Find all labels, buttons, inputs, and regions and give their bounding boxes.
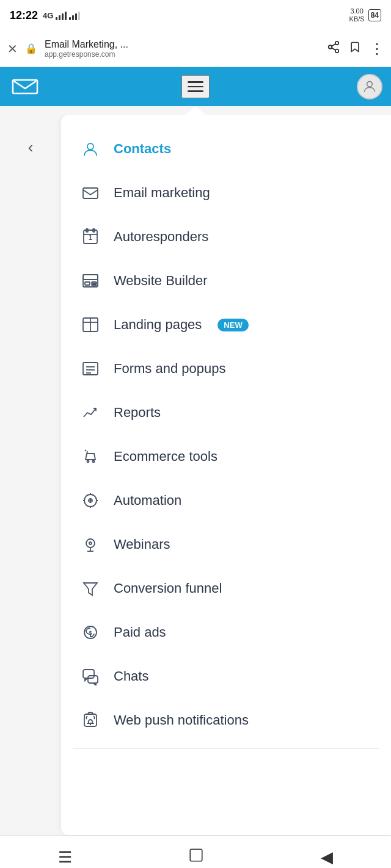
browser-bar: ✕ 🔒 Email Marketing, ... app.getresponse… xyxy=(0,31,391,67)
signal-bars-1 xyxy=(56,10,67,20)
nav-item-contacts[interactable]: Contacts xyxy=(61,127,391,171)
nav-item-autoresponders[interactable]: 1 Autoresponders xyxy=(61,215,391,259)
svg-point-8 xyxy=(87,143,93,150)
browser-title-area: Email Marketing, ... app.getresponse.com xyxy=(45,39,320,59)
status-time: 12:22 xyxy=(10,9,38,22)
svg-rect-16 xyxy=(83,275,98,280)
email-marketing-label: Email marketing xyxy=(114,185,210,201)
webinars-icon xyxy=(79,533,101,555)
nav-item-conversion-funnel[interactable]: Conversion funnel xyxy=(61,566,391,610)
4g-icon: 4G xyxy=(43,11,53,20)
automation-label: Automation xyxy=(114,493,181,508)
landing-pages-icon xyxy=(79,314,101,336)
nav-item-webinars[interactable]: Webinars xyxy=(61,523,391,566)
svg-line-4 xyxy=(332,44,335,46)
dropdown-arrow xyxy=(0,106,391,115)
ecommerce-label: Ecommerce tools xyxy=(114,449,217,465)
web-push-label: Web push notifications xyxy=(114,712,249,728)
svg-rect-44 xyxy=(191,849,203,861)
conversion-funnel-label: Conversion funnel xyxy=(114,580,222,596)
status-bar-left: 12:22 4G xyxy=(10,9,80,22)
svg-rect-19 xyxy=(92,284,97,286)
contacts-label: Contacts xyxy=(114,141,171,157)
nav-item-automation[interactable]: Automation xyxy=(61,479,391,523)
autoresponders-icon: 1 xyxy=(79,226,101,248)
svg-point-28 xyxy=(93,461,95,463)
bookmark-icon[interactable] xyxy=(349,40,361,57)
contacts-icon xyxy=(79,138,101,160)
nav-item-chats[interactable]: Chats xyxy=(61,654,391,698)
autoresponders-label: Autoresponders xyxy=(114,229,208,245)
svg-point-27 xyxy=(87,461,89,463)
ecommerce-icon xyxy=(79,446,101,468)
svg-point-32 xyxy=(86,539,95,548)
svg-marker-36 xyxy=(84,583,97,595)
signal-bars-2 xyxy=(69,10,80,20)
svg-point-0 xyxy=(335,42,339,45)
svg-rect-18 xyxy=(92,282,97,284)
svg-line-3 xyxy=(332,48,335,50)
nav-item-reports[interactable]: Reports xyxy=(61,391,391,435)
nav-item-website-builder[interactable]: Website Builder xyxy=(61,259,391,303)
web-push-icon xyxy=(79,709,101,731)
data-speed: 3.00KB/S xyxy=(349,7,365,23)
status-icons: 4G xyxy=(43,10,80,20)
svg-point-1 xyxy=(329,45,332,49)
svg-rect-17 xyxy=(85,282,90,285)
back-button[interactable]: ‹ xyxy=(23,133,38,162)
bottom-hamburger-icon[interactable]: ☰ xyxy=(52,842,78,868)
webinars-label: Webinars xyxy=(114,537,170,552)
website-builder-icon xyxy=(79,270,101,292)
browser-title: Email Marketing, ... xyxy=(45,39,320,50)
status-bar: 12:22 4G 3.00KB/S 84 xyxy=(0,0,391,31)
app-header xyxy=(0,67,391,106)
browser-actions: ⋮ xyxy=(327,40,384,57)
svg-text:$: $ xyxy=(89,630,92,636)
hamburger-line-2 xyxy=(188,86,203,88)
bottom-back-icon[interactable]: ◀ xyxy=(315,842,339,868)
status-bar-right: 3.00KB/S 84 xyxy=(349,7,381,23)
new-badge: NEW xyxy=(217,319,248,331)
share-icon[interactable] xyxy=(327,40,340,57)
svg-rect-9 xyxy=(83,188,98,198)
svg-point-2 xyxy=(335,49,339,53)
svg-point-43 xyxy=(90,724,91,725)
main-content: ‹ Contacts Email marketing xyxy=(0,115,391,835)
browser-url: app.getresponse.com xyxy=(45,50,320,59)
svg-rect-40 xyxy=(88,676,98,683)
paid-ads-icon: $ xyxy=(79,621,101,643)
chats-icon xyxy=(79,665,101,687)
nav-item-ecommerce-tools[interactable]: Ecommerce tools xyxy=(61,435,391,479)
forms-popups-label: Forms and popups xyxy=(114,361,225,377)
reports-label: Reports xyxy=(114,405,161,421)
battery-indicator: 84 xyxy=(368,9,381,21)
bottom-home-icon[interactable] xyxy=(182,841,210,868)
svg-point-33 xyxy=(89,542,92,544)
svg-point-7 xyxy=(367,81,373,87)
hamburger-line-1 xyxy=(188,81,203,83)
funnel-icon xyxy=(79,577,101,599)
sidebar-strip: ‹ xyxy=(0,115,61,835)
logo xyxy=(10,74,40,99)
nav-item-email-marketing[interactable]: Email marketing xyxy=(61,171,391,215)
lock-icon: 🔒 xyxy=(25,43,37,54)
reports-icon xyxy=(79,402,101,424)
website-builder-label: Website Builder xyxy=(114,273,208,289)
landing-pages-label: Landing pages xyxy=(114,317,202,333)
forms-icon xyxy=(79,358,101,380)
hamburger-line-3 xyxy=(188,90,203,92)
hamburger-button[interactable] xyxy=(181,75,210,98)
more-icon[interactable]: ⋮ xyxy=(370,40,384,57)
bottom-nav: ☰ ◀ xyxy=(0,835,391,868)
menu-divider xyxy=(73,748,379,749)
avatar-button[interactable] xyxy=(357,74,382,99)
email-icon xyxy=(79,182,101,204)
nav-item-web-push[interactable]: Web push notifications xyxy=(61,698,391,742)
nav-item-paid-ads[interactable]: $ Paid ads xyxy=(61,610,391,654)
nav-item-forms-popups[interactable]: Forms and popups xyxy=(61,347,391,391)
close-icon[interactable]: ✕ xyxy=(7,42,18,56)
nav-item-landing-pages[interactable]: Landing pages NEW xyxy=(61,303,391,347)
chats-label: Chats xyxy=(114,668,148,684)
nav-menu: Contacts Email marketing 1 xyxy=(61,115,391,835)
automation-icon xyxy=(79,490,101,512)
